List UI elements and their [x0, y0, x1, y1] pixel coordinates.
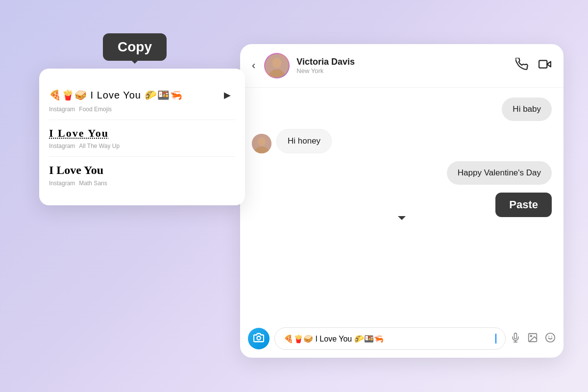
font-tag-platform-1: Instagram [49, 143, 75, 149]
input-cursor [495, 334, 496, 343]
chat-input-row: 🍕🍟🥪 I Love You 🌮🍱🦐 [240, 321, 564, 358]
message-avatar-svg [252, 134, 271, 153]
input-text: 🍕🍟🥪 I Love You 🌮🍱🦐 [284, 334, 493, 343]
video-call-icon[interactable] [538, 58, 552, 74]
svg-point-7 [258, 137, 266, 146]
font-tags-mathsans: Instagram Math Sans [49, 180, 235, 187]
font-text-food-emojis: 🍕🍟🥪 I Love You 🌮🍱🦐 [49, 89, 183, 101]
font-tag-style-0: Food Emojis [79, 106, 112, 113]
message-bubble-hi-baby: Hi baby [502, 98, 552, 121]
contact-location: New York [296, 67, 509, 74]
message-bubble-valentines: Happy Valentine's Day [447, 161, 552, 185]
chat-body: Hi baby Hi honey Happ [240, 88, 564, 321]
paste-tooltip[interactable]: Paste [495, 193, 552, 217]
svg-point-14 [546, 333, 555, 342]
svg-point-13 [530, 335, 532, 337]
back-button[interactable]: ‹ [252, 59, 255, 72]
svg-point-3 [272, 58, 281, 68]
message-avatar-victoria [252, 134, 271, 153]
microphone-icon[interactable] [511, 332, 520, 345]
font-tag-style-1: All The Way Up [79, 143, 120, 149]
font-item-math-sans[interactable]: I Love You Instagram Math Sans [49, 157, 235, 194]
emoji-icon[interactable] [545, 332, 556, 345]
camera-button[interactable] [248, 328, 270, 349]
font-item-all-the-way-up[interactable]: I Love You Instagram All The Way Up [49, 120, 235, 157]
message-row-valentines: Happy Valentine's Day [252, 161, 552, 185]
avatar-person-svg [265, 54, 289, 77]
svg-point-9 [257, 336, 260, 340]
copy-tooltip[interactable]: Copy [103, 33, 167, 61]
contact-avatar-wrap [264, 53, 290, 78]
message-text-valentines: Happy Valentine's Day [458, 168, 541, 177]
chat-panel: ‹ Victoria Davis New York [240, 44, 564, 358]
font-item-food-emojis[interactable]: 🍕🍟🥪 I Love You 🌮🍱🦐 ▶ Instagram Food Emoj… [49, 80, 235, 120]
chat-header: ‹ Victoria Davis New York [240, 44, 564, 88]
contact-name: Victoria Davis [296, 57, 509, 67]
message-text-hi-baby: Hi baby [513, 104, 541, 114]
font-styles-panel: Copy 🍕🍟🥪 I Love You 🌮🍱🦐 ▶ Instagram Food… [39, 69, 245, 205]
svg-rect-5 [539, 60, 547, 68]
camera-icon [253, 332, 264, 345]
phone-call-icon[interactable] [515, 58, 528, 74]
font-tags-food-emojis: Instagram Food Emojis [49, 106, 235, 113]
paste-tooltip-label: Paste [509, 198, 538, 211]
input-action-icons [511, 332, 556, 345]
copy-tooltip-label: Copy [118, 39, 152, 54]
contact-avatar [265, 54, 289, 77]
paste-tooltip-wrap: Paste [252, 193, 552, 217]
chat-input-field[interactable]: 🍕🍟🥪 I Love You 🌮🍱🦐 [274, 327, 506, 350]
message-text-hi-honey: Hi honey [288, 136, 320, 146]
font-tag-platform-2: Instagram [49, 180, 75, 187]
contact-info: Victoria Davis New York [296, 57, 509, 74]
message-row-hi-baby: Hi baby [252, 98, 552, 121]
font-text-alltheway: I Love You [49, 127, 109, 140]
font-tag-style-2: Math Sans [79, 180, 107, 187]
font-text-mathsans: I Love You [49, 164, 103, 177]
svg-marker-4 [547, 62, 551, 67]
header-icons [515, 58, 552, 74]
font-tag-platform-0: Instagram [49, 106, 75, 113]
image-icon[interactable] [527, 332, 538, 345]
message-row-hi-honey: Hi honey [252, 129, 552, 153]
font-tags-alltheway: Instagram All The Way Up [49, 143, 235, 149]
copy-arrow-icon[interactable]: ▶ [220, 87, 235, 103]
message-bubble-hi-honey: Hi honey [276, 129, 332, 153]
